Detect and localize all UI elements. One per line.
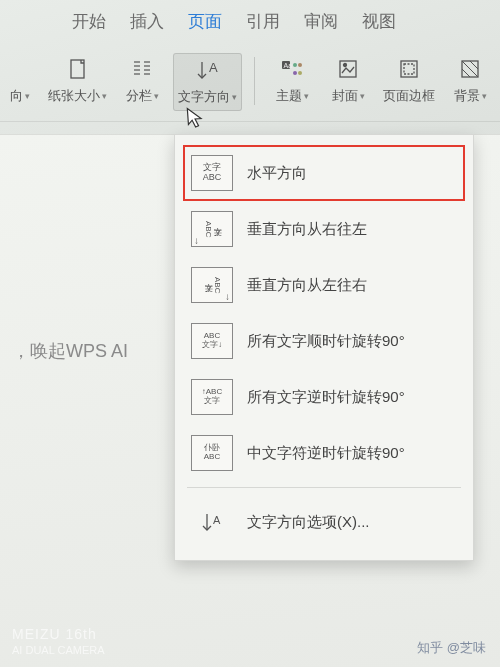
svg-rect-20 <box>404 64 414 74</box>
horizontal-icon: 文字ABC <box>191 155 233 191</box>
text-direction-button[interactable]: A 文字方向▾ <box>173 53 242 111</box>
svg-point-15 <box>293 71 297 75</box>
menu-label: 中文字符逆时针旋转90° <box>247 444 405 463</box>
menu-label: 所有文字顺时针旋转90° <box>247 332 405 351</box>
menu-horizontal[interactable]: 文字ABC 水平方向 <box>183 145 465 201</box>
cover-icon <box>334 57 362 81</box>
menu-rotate-cw[interactable]: ABC文字↓ 所有文字顺时针旋转90° <box>183 313 465 369</box>
rotate-cw-icon: ABC文字↓ <box>191 323 233 359</box>
svg-point-14 <box>298 63 302 67</box>
svg-point-13 <box>293 63 297 67</box>
ribbon-toolbar: 向▾ 纸张大小▾ 分栏▾ A 文字方向▾ Aa <box>0 47 500 122</box>
zhihu-watermark: 知乎 @芝味 <box>417 639 486 657</box>
menu-chinese-ccw[interactable]: 仆卧ABC 中文字符逆时针旋转90° <box>183 425 465 481</box>
menu-rotate-ccw[interactable]: ↑ABC文字 所有文字逆时针旋转90° <box>183 369 465 425</box>
tab-start[interactable]: 开始 <box>72 10 106 33</box>
svg-text:Aa: Aa <box>284 62 293 69</box>
toolbar-separator <box>254 57 255 105</box>
document-hint: ，唤起WPS AI <box>12 339 128 363</box>
paper-size-icon <box>64 57 92 81</box>
menu-options[interactable]: A 文字方向选项(X)... <box>183 494 465 550</box>
theme-icon: Aa <box>278 57 306 81</box>
tab-page[interactable]: 页面 <box>188 10 222 33</box>
vertical-ltr-icon: 文字ABC ↓ <box>191 267 233 303</box>
rotate-ccw-icon: ↑ABC文字 <box>191 379 233 415</box>
svg-text:A: A <box>213 514 221 526</box>
tab-reference[interactable]: 引用 <box>246 10 280 33</box>
cursor-pointer-icon <box>185 105 205 130</box>
svg-rect-17 <box>340 61 356 77</box>
tab-review[interactable]: 审阅 <box>304 10 338 33</box>
theme-button[interactable]: Aa 主题▾ <box>267 53 317 109</box>
tab-view[interactable]: 视图 <box>362 10 396 33</box>
columns-icon <box>128 57 156 81</box>
ribbon-tabs: 开始 插入 页面 引用 审阅 视图 <box>0 0 500 47</box>
menu-label: 垂直方向从右往左 <box>247 220 367 239</box>
svg-text:A: A <box>209 60 218 75</box>
orientation-button[interactable]: 向▾ <box>2 53 38 109</box>
options-icon: A <box>191 504 233 540</box>
orientation-icon <box>6 57 34 81</box>
menu-label: 文字方向选项(X)... <box>247 513 370 532</box>
text-direction-menu: 文字ABC 水平方向 ABC文字 ↓ 垂直方向从右往左 文字ABC ↓ 垂直方向… <box>174 134 474 561</box>
svg-point-16 <box>298 71 302 75</box>
cover-button[interactable]: 封面▾ <box>323 53 373 109</box>
chinese-ccw-icon: 仆卧ABC <box>191 435 233 471</box>
columns-button[interactable]: 分栏▾ <box>117 53 167 109</box>
vertical-rtl-icon: ABC文字 ↓ <box>191 211 233 247</box>
svg-point-18 <box>344 64 347 67</box>
menu-separator <box>187 487 461 488</box>
menu-label: 所有文字逆时针旋转90° <box>247 388 405 407</box>
menu-label: 垂直方向从左往右 <box>247 276 367 295</box>
camera-watermark: MEIZU 16th AI DUAL CAMERA <box>12 625 105 657</box>
background-icon <box>456 57 484 81</box>
page-border-button[interactable]: 页面边框 <box>379 53 439 109</box>
menu-label: 水平方向 <box>247 164 307 183</box>
menu-vertical-ltr[interactable]: 文字ABC ↓ 垂直方向从左往右 <box>183 257 465 313</box>
page-border-icon <box>395 57 423 81</box>
background-button[interactable]: 背景▾ <box>445 53 495 109</box>
menu-vertical-rtl[interactable]: ABC文字 ↓ 垂直方向从右往左 <box>183 201 465 257</box>
tab-insert[interactable]: 插入 <box>130 10 164 33</box>
text-direction-icon: A <box>194 58 222 82</box>
paper-size-button[interactable]: 纸张大小▾ <box>44 53 111 109</box>
